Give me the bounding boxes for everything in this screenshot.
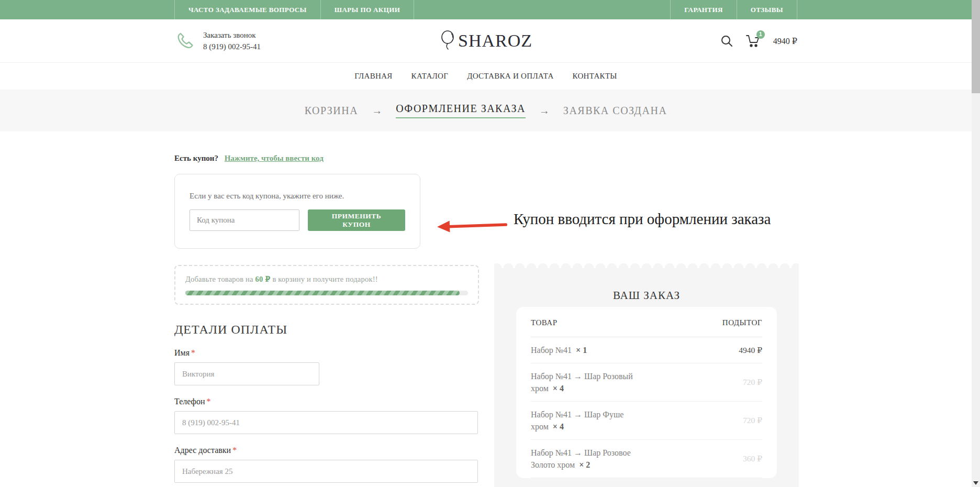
name-input[interactable] [174, 362, 319, 385]
step-arrow-icon: → [539, 105, 550, 117]
gift-progress-fill [185, 291, 460, 295]
gift-text-after: в корзину и получите подарок!! [271, 275, 378, 283]
header-phone-number[interactable]: 8 (919) 002-95-41 [203, 41, 261, 52]
nav-item-delivery[interactable]: ДОСТАВКА И ОПЛАТА [467, 72, 553, 81]
coupon-question-label: Есть купон? [174, 154, 218, 162]
order-item-price: 720 ₽ [743, 416, 762, 425]
phone-input[interactable] [174, 411, 478, 434]
balloon-icon [439, 29, 457, 52]
phone-label: Телефон [174, 397, 205, 406]
topbar-right-group: ГАРАНТИЯ ОТЗЫВЫ [670, 0, 797, 19]
order-item-qty: × 4 [553, 422, 564, 431]
coupon-hint: Если у вас есть код купона, укажите его … [190, 192, 405, 201]
required-mark: * [206, 397, 210, 406]
step-cart[interactable]: КОРЗИНА [305, 105, 359, 117]
coupon-toggle-link[interactable]: Нажмите, чтобы ввести код [225, 154, 324, 162]
topbar-item-warranty[interactable]: ГАРАНТИЯ [670, 0, 736, 19]
topbar-item-sale-balloons[interactable]: ШАРЫ ПО АКЦИИ [320, 0, 414, 19]
order-item-price: 4940 ₽ [739, 346, 762, 355]
order-item-qty: × 4 [553, 384, 564, 393]
gift-progress-box: Добавьте товаров на 60 ₽ в корзину и пол… [174, 265, 479, 305]
callback-block[interactable]: Заказать звонок 8 (919) 002-95-41 [174, 29, 261, 52]
logo-text: SHAROZ [458, 31, 532, 51]
step-checkout-active[interactable]: ОФОРМЛЕНИЕ ЗАКАЗА [396, 103, 526, 118]
nav-item-home[interactable]: ГЛАВНАЯ [354, 72, 392, 81]
order-summary-panel: ВАШ ЗАКАЗ ТОВАР ПОДЫТОГ Набор №41× 1 494… [494, 262, 799, 487]
order-row: Набор №41 → Шар Фуше хром× 4 720 ₽ [531, 402, 762, 440]
order-row: Набор №41 → Шар Розовый хром× 4 720 ₽ [531, 363, 762, 402]
topbar-item-faq[interactable]: ЧАСТО ЗАДАВАЕМЫЕ ВОПРОСЫ [174, 0, 320, 19]
gift-text-before: Добавьте товаров на [185, 275, 255, 283]
main-content: Есть купон? Нажмите, чтобы ввести код Ес… [174, 131, 797, 487]
required-mark: * [191, 348, 195, 357]
cart-total[interactable]: 4940 ₽ [773, 36, 797, 46]
apply-coupon-button[interactable]: ПРИМЕНИТЬ КУПОН [308, 209, 405, 231]
topbar-left-group: ЧАСТО ЗАДАВАЕМЫЕ ВОПРОСЫ ШАРЫ ПО АКЦИИ [174, 0, 414, 19]
order-item-price: 720 ₽ [743, 378, 762, 387]
order-table: ТОВАР ПОДЫТОГ Набор №41× 1 4940 ₽ Набор … [516, 307, 777, 478]
coupon-code-input[interactable] [190, 209, 299, 231]
order-item-name: Набор №41 → Шар Фуше хром [531, 410, 623, 431]
page: ЧАСТО ЗАДАВАЕМЫЕ ВОПРОСЫ ШАРЫ ПО АКЦИИ Г… [0, 0, 972, 487]
site-header: Заказать звонок 8 (919) 002-95-41 SHAROZ [0, 19, 972, 62]
name-label: Имя [174, 348, 190, 357]
order-row: Набор №41 → Шар Розовое Золото хром× 2 3… [531, 440, 762, 478]
phone-icon [174, 30, 195, 51]
cart-button[interactable]: 1 [745, 34, 761, 48]
top-utility-bar: ЧАСТО ЗАДАВАЕМЫЕ ВОПРОСЫ ШАРЫ ПО АКЦИИ Г… [0, 0, 972, 19]
annotation-arrow-icon [436, 217, 510, 235]
order-col-subtotal: ПОДЫТОГ [722, 318, 762, 327]
coupon-question-row: Есть купон? Нажмите, чтобы ввести код [174, 131, 797, 163]
coupon-form: Если у вас есть код купона, укажите его … [174, 174, 420, 249]
search-icon[interactable] [721, 35, 733, 47]
address-label: Адрес доставки [174, 446, 231, 455]
checkout-steps: КОРЗИНА → ОФОРМЛЕНИЕ ЗАКАЗА → ЗАЯВКА СОЗ… [0, 90, 972, 131]
order-item-qty: × 2 [579, 460, 590, 469]
address-input[interactable] [174, 460, 478, 483]
scrollbar-thumb[interactable] [972, 0, 980, 93]
cart-count-badge: 1 [756, 30, 765, 39]
order-item-price: 360 ₽ [743, 454, 762, 463]
order-item-name: Набор №41 → Шар Розовый хром [531, 372, 633, 393]
scrollbar[interactable] [972, 0, 980, 487]
step-order-created: ЗАЯВКА СОЗДАНА [563, 105, 667, 117]
order-item-name: Набор №41 [531, 346, 572, 355]
nav-item-catalog[interactable]: КАТАЛОГ [411, 72, 449, 81]
order-item-qty: × 1 [576, 346, 587, 355]
gift-progress-track [185, 291, 468, 295]
callback-label[interactable]: Заказать звонок [203, 29, 261, 41]
annotation-text: Купон вводится при оформлении заказа [514, 211, 771, 228]
receipt-scallop-edge [494, 262, 799, 268]
step-arrow-icon: → [372, 105, 382, 117]
required-mark: * [232, 446, 237, 455]
nav-item-contacts[interactable]: КОНТАКТЫ [573, 72, 617, 81]
order-row: Набор №41× 1 4940 ₽ [531, 337, 762, 363]
order-summary-title: ВАШ ЗАКАЗ [494, 268, 799, 302]
topbar-item-reviews[interactable]: ОТЗЫВЫ [737, 0, 797, 19]
logo[interactable]: SHAROZ [439, 29, 532, 52]
gift-amount: 60 ₽ [255, 275, 271, 283]
main-nav: ГЛАВНАЯ КАТАЛОГ ДОСТАВКА И ОПЛАТА КОНТАК… [0, 62, 972, 90]
scroll-down-icon[interactable] [973, 481, 978, 485]
order-col-product: ТОВАР [531, 318, 558, 327]
